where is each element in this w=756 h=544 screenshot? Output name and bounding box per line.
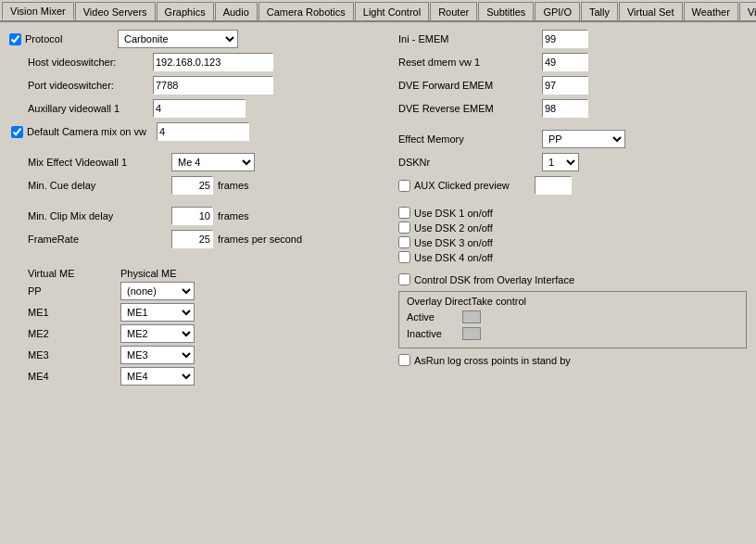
aux-videowall-label: Auxillary videowall 1: [9, 103, 153, 114]
asrun-label: AsRun log cross points in stand by: [414, 355, 571, 366]
dve-forward-label: DVE Forward EMEM: [398, 80, 542, 91]
protocol-select[interactable]: Carbonite Sony Ross: [118, 30, 238, 48]
aux-clicked-input[interactable]: [535, 176, 572, 195]
use-dsk1-label: Use DSK 1 on/off: [414, 208, 493, 219]
host-label: Host videoswitcher:: [9, 57, 153, 68]
enabled-checkbox[interactable]: [9, 33, 21, 45]
dve-forward-input[interactable]: [542, 76, 588, 95]
tab-weather[interactable]: Weather: [684, 2, 738, 20]
ini-emem-row: Ini - EMEM: [398, 30, 747, 48]
me-physical-me1[interactable]: (none) PP ME1 ME2 ME3 ME4: [120, 303, 195, 322]
dve-reverse-row: DVE Reverse EMEM: [398, 99, 747, 118]
mix-effect-select[interactable]: Me 1 Me 2 Me 3 Me 4: [171, 153, 255, 171]
dve-reverse-input[interactable]: [542, 99, 588, 118]
control-dsk-label: Control DSK from Overlay Interface: [414, 274, 574, 285]
tab-video-wall[interactable]: Video Wall: [739, 2, 756, 20]
me-physical-me2[interactable]: (none) PP ME1 ME2 ME3 ME4: [120, 324, 195, 343]
use-dsk3-label: Use DSK 3 on/off: [414, 237, 493, 248]
effect-memory-row: Effect Memory PP ME1 ME2 ME3: [398, 130, 747, 148]
tab-gpi-o[interactable]: GPI/O: [535, 2, 580, 20]
use-dsk3-checkbox[interactable]: [398, 236, 410, 248]
min-clip-row: Min. Clip Mix delay frames: [9, 207, 371, 225]
aux-videowall-row: Auxillary videowall 1: [9, 99, 371, 118]
me-virtual-me3: ME3: [9, 349, 120, 361]
me-table: Virtual ME Physical ME PP (none) PP ME1 …: [9, 268, 371, 386]
me-row-me2: ME2 (none) PP ME1 ME2 ME3 ME4: [9, 324, 371, 343]
tab-subtitles[interactable]: Subtitles: [478, 2, 534, 20]
asrun-checkbox[interactable]: [398, 354, 410, 366]
use-dsk1-checkbox[interactable]: [398, 207, 410, 219]
protocol-label: Protocol: [25, 33, 118, 44]
tab-bar: Vision Mixer Video Servers Graphics Audi…: [0, 0, 756, 22]
dsk3-row: Use DSK 3 on/off: [398, 236, 747, 248]
aux-clicked-checkbox[interactable]: [398, 180, 410, 192]
aux-clicked-label: AUX Clicked preview: [414, 180, 535, 191]
frames-per-second-label: frames per second: [218, 234, 302, 245]
framerate-label: FrameRate: [9, 234, 171, 245]
me-physical-me3[interactable]: (none) PP ME1 ME2 ME3 ME4: [120, 346, 195, 364]
overlay-inactive-row: Inactive: [407, 327, 738, 340]
ini-emem-label: Ini - EMEM: [398, 33, 542, 44]
tab-vision-mixer[interactable]: Vision Mixer: [2, 2, 74, 20]
tab-virtual-set[interactable]: Virtual Set: [619, 2, 683, 20]
mix-effect-row: Mix Effect Videowall 1 Me 1 Me 2 Me 3 Me…: [9, 153, 371, 171]
me-virtual-pp: PP: [9, 285, 120, 297]
tab-camera-robotics[interactable]: Camera Robotics: [258, 2, 354, 20]
dsk2-row: Use DSK 2 on/off: [398, 221, 747, 234]
reset-dmem-input[interactable]: [542, 53, 588, 71]
ini-emem-input[interactable]: [542, 30, 588, 48]
effect-memory-label: Effect Memory: [398, 133, 542, 145]
tab-tally[interactable]: Tally: [581, 2, 618, 20]
me-virtual-me1: ME1: [9, 307, 120, 318]
dsknr-label: DSKNr: [398, 157, 542, 168]
tab-router[interactable]: Router: [430, 2, 477, 20]
frames-label-2: frames: [218, 210, 249, 221]
host-input[interactable]: [153, 53, 273, 71]
use-dsk4-label: Use DSK 4 on/off: [414, 252, 493, 263]
reset-dmem-row: Reset dmem vw 1: [398, 53, 747, 71]
use-dsk2-checkbox[interactable]: [398, 221, 410, 234]
dve-reverse-label: DVE Reverse EMEM: [398, 103, 542, 114]
port-input[interactable]: [153, 76, 273, 95]
tab-light-control[interactable]: Light Control: [355, 2, 429, 20]
mix-effect-label: Mix Effect Videowall 1: [9, 157, 171, 168]
use-dsk2-label: Use DSK 2 on/off: [414, 222, 493, 234]
dsknr-select[interactable]: 1 2 3 4: [542, 153, 579, 171]
me-virtual-me2: ME2: [9, 328, 120, 339]
physical-me-header: Physical ME: [120, 268, 177, 279]
framerate-row: FrameRate frames per second: [9, 230, 371, 248]
me-virtual-me4: ME4: [9, 371, 120, 382]
tab-video-servers[interactable]: Video Servers: [75, 2, 156, 20]
left-panel: Protocol Carbonite Sony Ross Host videos…: [9, 30, 371, 388]
overlay-active-color: [462, 310, 481, 323]
control-dsk-checkbox[interactable]: [398, 273, 410, 285]
port-label: Port videoswitcher:: [9, 80, 153, 91]
aux-videowall-input[interactable]: [153, 99, 246, 118]
overlay-inactive-color: [462, 327, 481, 340]
dsk4-row: Use DSK 4 on/off: [398, 251, 747, 263]
min-clip-label: Min. Clip Mix delay: [9, 210, 171, 221]
overlay-active-label: Active: [407, 311, 462, 323]
min-cue-input[interactable]: [171, 176, 213, 195]
min-clip-input[interactable]: [171, 207, 213, 225]
content-area: Protocol Carbonite Sony Ross Host videos…: [0, 22, 756, 544]
min-cue-label: Min. Cue delay: [9, 180, 171, 191]
default-cam-input[interactable]: [157, 122, 249, 141]
tab-audio[interactable]: Audio: [215, 2, 258, 20]
dsknr-row: DSKNr 1 2 3 4: [398, 153, 747, 171]
me-physical-pp[interactable]: (none) PP ME1 ME2 ME3 ME4: [120, 282, 195, 300]
me-row-pp: PP (none) PP ME1 ME2 ME3 ME4: [9, 282, 371, 300]
tab-graphics[interactable]: Graphics: [157, 2, 214, 20]
use-dsk4-checkbox[interactable]: [398, 251, 410, 263]
virtual-me-header: Virtual ME: [9, 268, 120, 279]
framerate-input[interactable]: [171, 230, 213, 248]
default-cam-label: Default Camera mix on vw: [27, 126, 157, 137]
effect-memory-select[interactable]: PP ME1 ME2 ME3: [542, 130, 625, 148]
overlay-active-row: Active: [407, 310, 738, 323]
me-row-me4: ME4 (none) PP ME1 ME2 ME3 ME4: [9, 367, 371, 386]
overlay-inactive-label: Inactive: [407, 328, 462, 339]
asrun-row: AsRun log cross points in stand by: [398, 354, 747, 366]
me-physical-me4[interactable]: (none) PP ME1 ME2 ME3 ME4: [120, 367, 195, 386]
default-cam-checkbox[interactable]: [11, 126, 23, 138]
frames-label-1: frames: [218, 180, 249, 191]
